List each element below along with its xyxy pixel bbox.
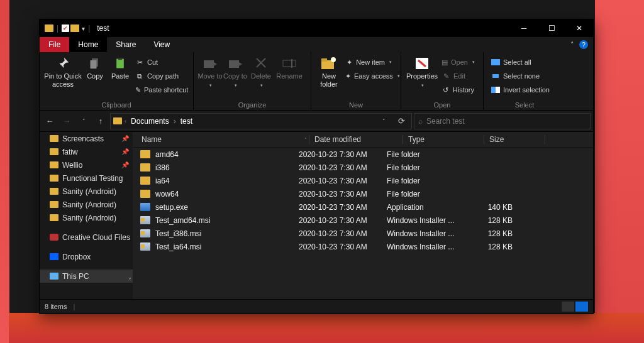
delete-button[interactable]: Delete▾ <box>248 53 274 88</box>
paste-button[interactable]: Paste <box>108 53 133 80</box>
file-row[interactable]: Test_amd64.msi2020-10-23 7:30 AMWindows … <box>133 214 593 227</box>
sidebar-item[interactable]: Sanity (Android) <box>40 185 133 198</box>
file-row[interactable]: amd642020-10-23 7:30 AMFile folder <box>133 148 593 161</box>
file-name: Test_amd64.msi <box>155 216 299 225</box>
sidebar-dropbox[interactable]: Dropbox <box>40 250 133 263</box>
col-date[interactable]: Date modified <box>314 135 402 144</box>
titlebar[interactable]: | ✔ ▾ | test ─ ☐ ✕ <box>40 19 593 37</box>
tab-view[interactable]: View <box>145 37 179 52</box>
col-size[interactable]: Size <box>489 135 540 144</box>
collapse-ribbon-icon[interactable]: ˄ <box>570 41 574 49</box>
file-date: 2020-10-23 7:30 AM <box>299 150 387 159</box>
navigation-bar: ← → ˅ ↑ ‹ Documents › test ˅ ⟳ ⌕ Search … <box>40 111 593 132</box>
folder-icon <box>50 175 58 182</box>
expand-icon[interactable]: ˅ <box>128 277 131 284</box>
ribbon-tabs: File Home Share View ˄ ? <box>40 37 593 52</box>
svg-rect-7 <box>291 59 292 68</box>
dropdown-icon[interactable]: ▾ <box>82 25 85 32</box>
sidebar-item[interactable]: Sanity (Android) <box>40 198 133 211</box>
file-size: 140 KB <box>462 203 513 212</box>
folder-icon <box>140 150 150 158</box>
sidebar-item[interactable]: Sanity (Android) <box>40 211 133 224</box>
rename-button[interactable]: Rename <box>274 53 304 80</box>
file-name: ia64 <box>155 177 299 185</box>
file-row[interactable]: wow642020-10-23 7:30 AMFile folder <box>133 187 593 200</box>
copy-path-button[interactable]: ⧉Copy path <box>133 70 187 82</box>
file-date: 2020-10-23 7:30 AM <box>299 242 387 251</box>
file-row[interactable]: ia642020-10-23 7:30 AMFile folder <box>133 174 593 187</box>
select-none-button[interactable]: Select none <box>489 70 559 82</box>
invert-selection-button[interactable]: Invert selection <box>489 84 559 96</box>
easy-access-button[interactable]: ✦Easy access▾ <box>343 70 394 82</box>
address-bar[interactable]: ‹ Documents › test ˅ ⟳ <box>110 113 412 129</box>
copy-to-button[interactable]: Copy to ▾ <box>223 53 248 88</box>
paste-shortcut-button[interactable]: ✎Paste shortcut <box>133 84 187 96</box>
svg-rect-9 <box>321 58 327 62</box>
column-headers[interactable]: Name ˄ Date modified Type Size <box>133 132 593 148</box>
copy-icon <box>86 56 104 71</box>
navigation-pane[interactable]: Screencasts📌fatiw📌Wellio📌Functional Test… <box>40 132 133 299</box>
new-folder-button[interactable]: New folder <box>315 53 343 88</box>
sidebar-item[interactable]: fatiw📌 <box>40 145 133 158</box>
cut-button[interactable]: ✂Cut <box>133 56 187 68</box>
search-box[interactable]: ⌕ Search test <box>414 113 591 129</box>
search-icon: ⌕ <box>418 117 423 126</box>
new-item-button[interactable]: ✦New item▾ <box>343 56 394 68</box>
file-date: 2020-10-23 7:30 AM <box>299 216 387 225</box>
sidebar-creative-cloud[interactable]: Creative Cloud Files <box>40 231 133 244</box>
file-row[interactable]: i3862020-10-23 7:30 AMFile folder <box>133 161 593 174</box>
file-explorer-window: | ✔ ▾ | test ─ ☐ ✕ File Home Share View … <box>39 19 594 314</box>
sidebar-item[interactable]: Wellio📌 <box>40 158 133 172</box>
open-button[interactable]: ▤Open▾ <box>439 56 477 68</box>
file-date: 2020-10-23 7:30 AM <box>299 203 387 212</box>
select-all-icon <box>491 59 500 65</box>
back-button[interactable]: ← <box>42 114 57 129</box>
view-icons-button[interactable] <box>575 302 588 312</box>
folder-icon <box>140 190 150 198</box>
crumb-test[interactable]: test <box>179 117 194 126</box>
forward-button[interactable]: → <box>59 114 74 129</box>
col-type[interactable]: Type <box>408 135 484 144</box>
file-row[interactable]: setup.exe2020-10-23 7:30 AMApplication14… <box>133 200 593 214</box>
recent-locations-button[interactable]: ˅ <box>76 114 91 129</box>
edit-button[interactable]: ✎Edit <box>439 70 477 82</box>
tab-file[interactable]: File <box>40 37 69 52</box>
sidebar-item[interactable]: Functional Testing <box>40 172 133 185</box>
sidebar-item[interactable]: Screencasts📌 <box>40 132 133 145</box>
pin-icon: 📌 <box>121 161 129 168</box>
tab-home[interactable]: Home <box>69 37 107 52</box>
properties-button[interactable]: Properties▾ <box>405 53 439 88</box>
select-all-button[interactable]: Select all <box>489 56 559 68</box>
file-row[interactable]: Test_ia64.msi2020-10-23 7:30 AMWindows I… <box>133 240 593 253</box>
refresh-button[interactable]: ⟳ <box>394 114 409 129</box>
folder-icon <box>50 188 58 195</box>
view-details-button[interactable] <box>562 302 574 312</box>
pin-quick-access-button[interactable]: Pin to Quick access <box>43 53 82 88</box>
address-dropdown-button[interactable]: ˅ <box>376 114 391 129</box>
folder-icon <box>50 161 58 168</box>
creative-cloud-icon <box>50 234 58 241</box>
col-name[interactable]: Name <box>133 135 303 144</box>
file-type: File folder <box>387 163 462 172</box>
up-button[interactable]: ↑ <box>93 114 108 129</box>
pin-icon: 📌 <box>121 135 129 142</box>
paste-shortcut-icon: ✎ <box>135 85 141 94</box>
folder-icon <box>50 148 58 155</box>
check-icon: ✔ <box>62 24 69 32</box>
copy-button[interactable]: Copy <box>82 53 108 80</box>
close-button[interactable]: ✕ <box>565 19 593 37</box>
maximize-button[interactable]: ☐ <box>538 19 565 37</box>
file-date: 2020-10-23 7:30 AM <box>299 163 387 172</box>
file-row[interactable]: Test_i386.msi2020-10-23 7:30 AMWindows I… <box>133 227 593 240</box>
open-icon: ▤ <box>441 58 448 67</box>
minimize-button[interactable]: ─ <box>510 19 538 37</box>
msi-icon <box>140 216 150 224</box>
copy-to-icon <box>226 56 244 71</box>
move-to-button[interactable]: Move to ▾ <box>197 53 223 88</box>
tab-share[interactable]: Share <box>107 37 145 52</box>
history-button[interactable]: ↺History <box>439 84 477 96</box>
help-icon[interactable]: ? <box>579 40 588 49</box>
sidebar-this-pc[interactable]: This PC <box>40 270 133 283</box>
crumb-documents[interactable]: Documents <box>129 117 171 126</box>
folder-icon <box>140 177 150 185</box>
